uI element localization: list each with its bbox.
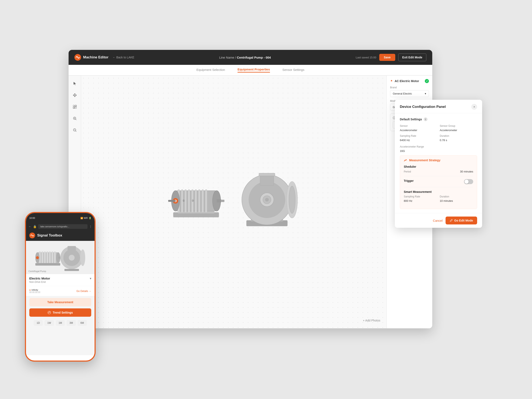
svg-rect-13 [188, 190, 190, 212]
desktop-app: Machine Editor ← Back to LAKE Line Name … [69, 50, 432, 328]
move-tool-icon[interactable] [71, 91, 79, 99]
phone-period-row: 1D 1W 1M 3M 6M [26, 318, 95, 328]
phone-url-input[interactable]: lake.sensemore.io/signalto... [38, 224, 88, 229]
back-button[interactable]: ← Back to LAKE [113, 56, 134, 59]
svg-rect-43 [42, 252, 43, 264]
last-saved: Last saved 15:00 [356, 56, 376, 59]
exit-edit-mode-button[interactable]: Exit Edit Mode [398, 53, 426, 61]
tab-sensor-settings[interactable]: Sensor Settings [282, 68, 304, 72]
svg-text:②: ② [192, 199, 194, 202]
top-bar: Machine Editor ← Back to LAKE Line Name … [69, 50, 432, 65]
phone-infinity-info: ● Infinity 00:00:00:00 [29, 289, 40, 293]
phone-body: Centrifugal Pump Electric Motor ▾ Non-Dr… [26, 241, 95, 355]
svg-rect-56 [68, 246, 76, 252]
duration-field: Duration 0.78 s [440, 134, 477, 142]
dcp-body: Default Settings i Sensor Accelerometer … [395, 113, 482, 213]
phone-time: 10:00 [29, 217, 35, 219]
svg-rect-12 [185, 190, 187, 212]
svg-point-50 [36, 256, 39, 259]
canvas-area: ① ② [81, 76, 386, 328]
trigger-toggle[interactable] [464, 179, 473, 184]
svg-rect-59 [64, 269, 79, 271]
svg-rect-27 [221, 200, 224, 202]
period-6m[interactable]: 6M [77, 320, 87, 326]
add-photos-button[interactable]: + Add Photos [363, 319, 380, 322]
line-name: Centrifugal Pump - 004 [237, 56, 271, 59]
sensor-field: Sensor Accelerometer [400, 125, 437, 132]
save-button[interactable]: Save [379, 54, 395, 61]
trigger-title: Trigger [404, 179, 413, 183]
svg-rect-47 [51, 252, 53, 264]
select-tool-icon[interactable] [71, 103, 79, 111]
phone-machine-label: Centrifugal Pump [28, 270, 46, 272]
phone-status-icons: 📶 WiFi 🔋 [80, 217, 91, 219]
phone-header: Signal Toolbox [26, 230, 95, 241]
default-settings-title: Default Settings i [400, 117, 477, 121]
main-content: ① ② [69, 76, 432, 328]
zoom-in-icon[interactable] [71, 115, 79, 122]
mobile-phone: 10:00 📶 WiFi 🔋 ← 🔒 lake.sensemore.io/sig… [25, 212, 95, 361]
svg-rect-23 [168, 200, 175, 202]
machine-illustration: ① ② [166, 170, 301, 234]
smart-measurement-grid: Sampling Rate 800 Hz Duration 10 minutes [404, 195, 473, 203]
phone-app-title: Signal Toolbox [37, 233, 62, 238]
check-icon: ✓ [425, 79, 429, 83]
svg-rect-26 [217, 199, 221, 203]
svg-rect-45 [47, 252, 48, 264]
sampling-rate-field: Sampling Rate 6400 Hz [400, 134, 437, 142]
svg-rect-15 [195, 190, 197, 212]
trigger-row: Trigger [404, 179, 473, 184]
svg-rect-46 [49, 252, 51, 264]
svg-point-36 [265, 198, 269, 202]
svg-rect-4 [75, 107, 76, 108]
phone-component-title: Electric Motor ▾ [29, 277, 91, 280]
period-3m[interactable]: 3M [66, 320, 76, 326]
svg-point-58 [80, 249, 85, 266]
default-settings-grid: Sensor Accelerometer Sensor Group Accele… [400, 125, 477, 142]
take-measurement-button[interactable]: Take Measurement [29, 298, 91, 306]
smart-sampling-field: Sampling Rate 800 Hz [404, 195, 437, 203]
device-config-panel: Device Configuration Panel × Default Set… [395, 100, 482, 228]
period-1m[interactable]: 1M [56, 320, 65, 326]
svg-point-38 [289, 186, 295, 213]
phone-component-info: Electric Motor ▾ Non-Drive End [26, 274, 95, 286]
phone-status-bar: 10:00 📶 WiFi 🔋 [26, 213, 95, 223]
trend-settings-button[interactable]: Trend Settings [29, 308, 91, 317]
tab-equipment-properties[interactable]: Equipment Properties [238, 68, 270, 73]
measurement-strategy-box: Measurement Strategy Sheduler Period 30 … [400, 155, 477, 209]
phone-url-bar: ← 🔒 lake.sensemore.io/signalto... ⋮ [26, 223, 95, 230]
svg-rect-48 [54, 252, 56, 264]
ms-title: Measurement Strategy [404, 158, 473, 162]
ac-motor-section-title: AC Electric Motor ✓ [390, 79, 429, 83]
period-1d[interactable]: 1D [34, 320, 43, 326]
centrifugal-fan-svg [233, 170, 301, 234]
tab-bar: Equipment Selection Equipment Properties… [69, 65, 432, 76]
period-row: Period 30 minutes [404, 170, 473, 173]
sensor-group-field: Sensor Group Accelerometer [440, 125, 477, 132]
cursor-tool-icon[interactable] [71, 80, 79, 87]
period-1w[interactable]: 1W [44, 320, 54, 326]
smart-measurement-title: Smart Measurement [404, 190, 473, 193]
smart-duration-field: Duration 10 minutes [440, 195, 473, 203]
zoom-out-icon[interactable] [71, 126, 79, 134]
svg-rect-2 [75, 105, 76, 107]
smart-measurement-section: Smart Measurement Sampling Rate 800 Hz D… [404, 190, 473, 203]
tab-equipment-selection[interactable]: Equipment Selection [196, 68, 225, 72]
sheduler-section: Sheduler Period 30 minutes [404, 165, 473, 173]
dcp-title: Device Configuration Panel [400, 105, 446, 109]
dcp-close-button[interactable]: × [471, 104, 477, 110]
phone-measurement-row: ● Infinity 00:00:00:00 Go Details → [26, 286, 95, 296]
svg-rect-16 [198, 190, 200, 212]
brand-select[interactable]: General Electric ▾ [390, 90, 429, 97]
line-name-label: Line Name / [219, 56, 236, 59]
dcp-footer: Cancel Go Edit Mode [395, 213, 482, 228]
phone-component-sub: Non-Drive End [29, 280, 91, 284]
svg-point-57 [69, 255, 75, 261]
brand-label: Brand [390, 86, 429, 89]
go-details-button[interactable]: Go Details → [76, 290, 91, 293]
svg-rect-17 [202, 190, 204, 212]
sheduler-title: Sheduler [404, 165, 473, 168]
cancel-button[interactable]: Cancel [433, 219, 443, 222]
go-edit-mode-button[interactable]: Go Edit Mode [446, 216, 477, 224]
svg-rect-52 [35, 263, 60, 266]
